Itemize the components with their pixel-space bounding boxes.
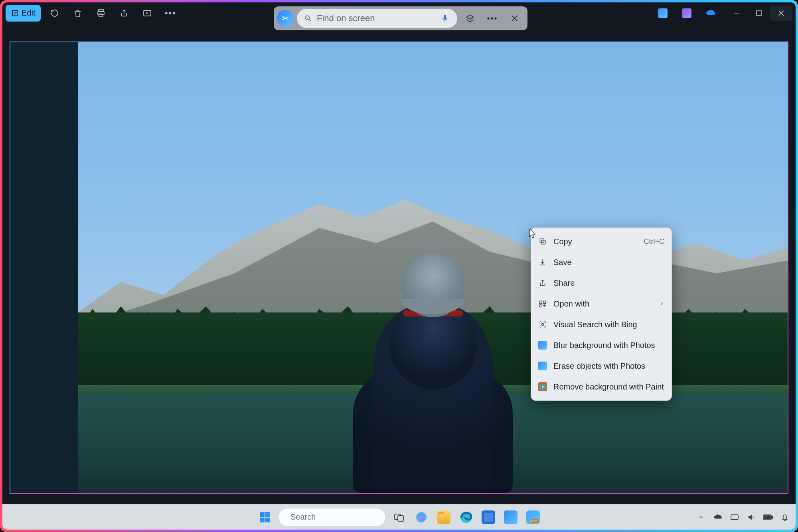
copy-icon bbox=[538, 237, 547, 246]
search-icon bbox=[304, 14, 312, 22]
canvas-letterbox bbox=[10, 42, 78, 493]
taskbar-search-input[interactable] bbox=[290, 512, 391, 522]
ctx-label: Copy bbox=[553, 237, 637, 246]
taskbar-search[interactable] bbox=[278, 508, 386, 526]
paint-icon bbox=[538, 382, 547, 391]
tray-chevron-icon[interactable] bbox=[696, 512, 706, 522]
share-button[interactable] bbox=[113, 5, 136, 21]
photos-chip-icon[interactable] bbox=[651, 5, 674, 21]
explorer-icon[interactable] bbox=[435, 508, 453, 526]
svg-rect-5 bbox=[734, 13, 739, 14]
capsule-close-button[interactable] bbox=[505, 9, 524, 28]
svg-rect-13 bbox=[540, 305, 542, 307]
onedrive-tray-icon[interactable] bbox=[713, 512, 723, 522]
edit-label: Edit bbox=[22, 8, 35, 18]
svg-rect-12 bbox=[543, 301, 546, 303]
system-tray bbox=[696, 512, 790, 522]
store-icon[interactable] bbox=[479, 508, 498, 526]
chevron-right-icon bbox=[659, 301, 664, 307]
ctx-label: Blur background with Photos bbox=[553, 341, 664, 350]
share-icon bbox=[538, 279, 547, 287]
ctx-erase-objects[interactable]: Erase objects with Photos bbox=[531, 356, 672, 376]
edge-icon[interactable] bbox=[457, 508, 475, 526]
slideshow-button[interactable] bbox=[136, 5, 159, 21]
copilot-icon[interactable] bbox=[460, 9, 480, 28]
ctx-label: Remove background with Paint bbox=[553, 382, 664, 392]
more-button[interactable]: ••• bbox=[159, 5, 182, 21]
ctx-copy[interactable]: Copy Ctrl+C bbox=[531, 231, 672, 252]
photos-icon bbox=[538, 341, 547, 350]
download-icon bbox=[538, 258, 547, 267]
delete-button[interactable] bbox=[66, 5, 89, 21]
svg-rect-8 bbox=[444, 15, 446, 19]
svg-point-7 bbox=[305, 16, 309, 20]
clipchamp-chip-icon[interactable] bbox=[675, 5, 698, 21]
battery-tray-icon[interactable] bbox=[763, 512, 773, 522]
taskbar: PRE bbox=[2, 504, 796, 530]
snipping-tool-taskbar-icon[interactable]: PRE bbox=[524, 508, 542, 526]
maximize-button[interactable] bbox=[748, 6, 770, 21]
open-with-icon bbox=[538, 299, 547, 308]
ctx-save[interactable]: Save bbox=[531, 252, 672, 273]
svg-rect-33 bbox=[731, 515, 738, 520]
ctx-label: Open with bbox=[553, 299, 652, 309]
find-input-wrap[interactable] bbox=[297, 9, 457, 28]
mic-icon[interactable] bbox=[440, 14, 450, 23]
ctx-open-with[interactable]: Open with bbox=[531, 293, 672, 314]
find-on-screen-bar: ✂ ••• bbox=[274, 6, 527, 30]
svg-rect-11 bbox=[540, 301, 542, 303]
ctx-blur-background[interactable]: Blur background with Photos bbox=[531, 335, 672, 356]
svg-rect-27 bbox=[265, 518, 270, 522]
svg-rect-35 bbox=[772, 516, 773, 518]
notifications-tray-icon[interactable] bbox=[780, 512, 790, 522]
photos-taskbar-icon[interactable] bbox=[502, 508, 520, 526]
svg-point-14 bbox=[542, 324, 544, 326]
svg-rect-24 bbox=[260, 512, 265, 517]
visual-search-icon bbox=[538, 320, 547, 329]
svg-rect-9 bbox=[541, 240, 545, 244]
ctx-visual-search[interactable]: Visual Search with Bing bbox=[531, 314, 672, 335]
ctx-share[interactable]: Share bbox=[531, 273, 672, 293]
svg-rect-25 bbox=[265, 512, 270, 517]
find-input[interactable] bbox=[317, 13, 436, 24]
snipping-tool-icon: ✂ bbox=[277, 10, 294, 27]
photos-icon bbox=[538, 362, 547, 370]
svg-rect-36 bbox=[764, 516, 770, 519]
onedrive-chip-icon[interactable] bbox=[699, 5, 722, 21]
svg-rect-26 bbox=[260, 518, 265, 522]
displayed-image bbox=[78, 42, 788, 493]
ctx-label: Share bbox=[553, 279, 664, 288]
start-button[interactable] bbox=[256, 508, 274, 526]
capsule-more-button[interactable]: ••• bbox=[483, 9, 502, 28]
svg-rect-3 bbox=[99, 14, 103, 17]
network-tray-icon[interactable] bbox=[729, 512, 740, 522]
ctx-remove-background[interactable]: Remove background with Paint bbox=[531, 376, 672, 397]
svg-rect-10 bbox=[540, 239, 544, 243]
volume-tray-icon[interactable] bbox=[746, 512, 757, 522]
ctx-label: Visual Search with Bing bbox=[553, 320, 664, 329]
app-window: Edit ••• bbox=[2, 2, 796, 530]
minimize-button[interactable] bbox=[725, 6, 748, 21]
svg-rect-6 bbox=[757, 11, 761, 16]
rotate-button[interactable] bbox=[43, 5, 66, 21]
svg-point-31 bbox=[416, 512, 427, 522]
edit-button[interactable]: Edit bbox=[6, 5, 41, 22]
close-button[interactable] bbox=[770, 6, 792, 21]
ctx-label: Erase objects with Photos bbox=[553, 362, 664, 371]
task-view-button[interactable] bbox=[390, 508, 408, 526]
print-button[interactable] bbox=[89, 5, 113, 21]
ctx-label: Save bbox=[553, 258, 664, 267]
ctx-accelerator: Ctrl+C bbox=[644, 237, 664, 246]
edit-icon bbox=[11, 9, 19, 17]
svg-rect-30 bbox=[398, 516, 403, 521]
copilot-taskbar-icon[interactable] bbox=[412, 508, 431, 526]
context-menu: Copy Ctrl+C Save Share Open with bbox=[531, 227, 672, 401]
